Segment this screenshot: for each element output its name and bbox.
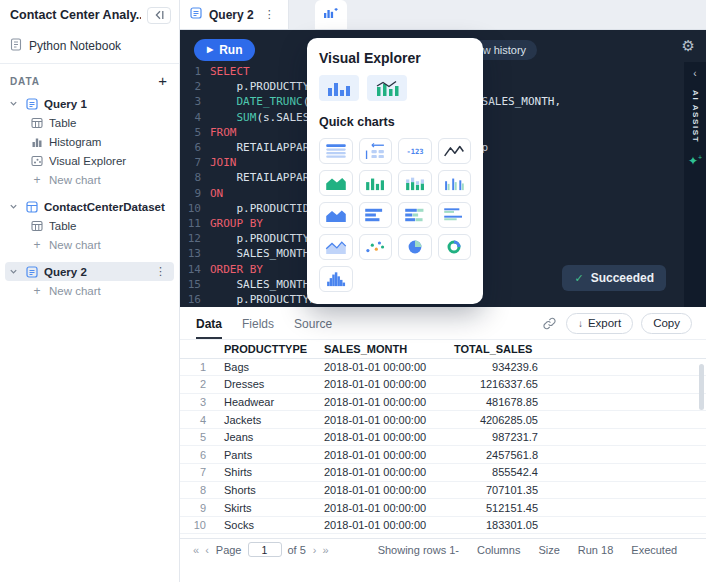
combo-chart-thumbnail[interactable] <box>367 75 407 101</box>
columns-label[interactable]: Columns <box>477 544 520 556</box>
run-button[interactable]: ▶ Run <box>194 39 255 61</box>
tab-kebab-menu-icon[interactable]: ⋮ <box>261 8 278 21</box>
next-page-button[interactable]: › <box>310 544 320 556</box>
table-cell: 855542.4 <box>446 464 546 482</box>
tab-fields[interactable]: Fields <box>242 308 274 339</box>
table-cell: 987231.7 <box>446 428 546 446</box>
gear-icon[interactable]: ⚙ <box>682 38 695 53</box>
tab-data[interactable]: Data <box>196 308 222 339</box>
sidebar-item-query-1[interactable]: Query 1 <box>5 94 174 113</box>
column-header[interactable]: TOTAL_SALES <box>446 340 546 358</box>
donut-chart-icon[interactable] <box>438 234 472 260</box>
chevron-down-icon[interactable] <box>9 99 20 108</box>
page-input[interactable] <box>248 542 282 557</box>
column-header[interactable]: SALES_MONTH <box>316 340 446 358</box>
bar-chart-thumbnail[interactable] <box>319 75 359 101</box>
export-button[interactable]: ↓ Export <box>566 313 633 334</box>
table-row[interactable]: 8Shorts2018-01-01 00:00:00707101.35 <box>180 481 706 499</box>
table-row[interactable]: 2Dresses2018-01-01 00:00:001216337.65 <box>180 376 706 394</box>
ai-assist-panel[interactable]: ‹ AI ASSIST ✦+ <box>684 62 706 307</box>
area-chart-green-icon[interactable] <box>319 170 353 196</box>
table-cell: 707101.35 <box>446 481 546 499</box>
sidebar-item-contactcenterdataset[interactable]: ContactCenterDataset <box>5 197 174 216</box>
table-row[interactable]: 1Bags2018-01-01 00:00:00934239.6 <box>180 358 706 376</box>
sidebar-item-new-chart[interactable]: +New chart <box>26 170 174 189</box>
table-row[interactable]: 10Socks2018-01-01 00:00:00183301.05 <box>180 516 706 534</box>
stacked-column-chart-icon[interactable] <box>398 170 432 196</box>
new-chart-tab-button[interactable] <box>315 0 347 29</box>
bar-chart-icon[interactable] <box>359 202 393 228</box>
pivot-table-icon[interactable] <box>359 138 393 164</box>
table-cell: Shirts <box>216 464 316 482</box>
table-row[interactable]: 6Pants2018-01-01 00:00:002457561.8 <box>180 446 706 464</box>
sidebar-item-histogram[interactable]: Histogram <box>26 132 174 151</box>
run-stat[interactable]: Run 18 <box>578 544 614 556</box>
code-token: DATE_TRUNC <box>237 95 303 108</box>
code-text: JOIN <box>210 155 237 170</box>
code-text: SALES_MONTH <box>210 246 309 261</box>
table-row[interactable]: 7Shirts2018-01-01 00:00:00855542.4 <box>180 464 706 482</box>
sidebar-item-new-chart[interactable]: +New chart <box>26 281 174 300</box>
single-value-icon[interactable]: -123 <box>398 138 432 164</box>
sidebar-item-visual-explorer[interactable]: Visual Explorer <box>26 151 174 170</box>
first-page-button[interactable]: « <box>190 544 202 556</box>
area-chart-blue-icon[interactable] <box>319 202 353 228</box>
sidebar-item-python-notebook[interactable]: Python Notebook <box>10 38 171 54</box>
tree-item-label: ContactCenterDataset <box>44 201 169 213</box>
chevron-left-icon[interactable]: ‹ <box>693 68 696 79</box>
table-row[interactable]: 5Jeans2018-01-01 00:00:00987231.7 <box>180 428 706 446</box>
collapse-sidebar-button[interactable] <box>147 7 171 24</box>
line-chart-icon[interactable] <box>438 138 472 164</box>
plus-icon: + <box>30 173 44 187</box>
last-page-button[interactable]: » <box>320 544 332 556</box>
sidebar-item-query-2[interactable]: Query 2⋮ <box>5 262 174 281</box>
tab-source[interactable]: Source <box>294 308 332 339</box>
kebab-menu-icon[interactable]: ⋮ <box>152 265 169 278</box>
prev-page-button[interactable]: ‹ <box>202 544 212 556</box>
sidebar-item-table[interactable]: Table <box>26 216 174 235</box>
scatter-plot-icon[interactable] <box>359 234 393 260</box>
stacked-bar-chart-icon[interactable] <box>398 202 432 228</box>
table-row[interactable]: 9Skirts2018-01-01 00:00:00512151.45 <box>180 499 706 517</box>
column-header[interactable]: PRODUCTTYPE <box>216 340 316 358</box>
chevron-down-icon[interactable] <box>9 267 20 276</box>
tab-query-2[interactable]: Query 2 ⋮ <box>180 0 289 29</box>
results-panel: Data Fields Source ↓ Export Copy PRODUCT… <box>180 307 706 560</box>
notebook-icon <box>10 38 22 54</box>
histogram-chart-icon[interactable] <box>319 266 353 292</box>
tree-item-label: Query 2 <box>44 266 147 278</box>
copy-button[interactable]: Copy <box>641 313 692 334</box>
grouped-bar-chart-icon[interactable] <box>438 202 472 228</box>
table-row[interactable]: 4Jackets2018-01-01 00:00:004206285.05 <box>180 411 706 429</box>
table-scrollbar[interactable] <box>699 364 704 410</box>
sparkle-icon[interactable]: ✦+ <box>688 154 702 167</box>
line-number: 15 <box>180 277 210 292</box>
table-cell: 2018-01-01 00:00:00 <box>316 393 446 411</box>
data-table-icon[interactable] <box>319 138 353 164</box>
link-icon[interactable] <box>543 317 556 330</box>
code-token: SALES_MONTH, <box>210 278 316 291</box>
grouped-column-chart-icon[interactable] <box>438 170 472 196</box>
pie-chart-icon[interactable] <box>398 234 432 260</box>
quick-charts-grid: -123 <box>319 138 471 292</box>
table-row[interactable]: 3Headwear2018-01-01 00:00:00481678.85 <box>180 393 706 411</box>
code-token: JOIN <box>210 156 237 169</box>
sidebar-item-new-chart[interactable]: +New chart <box>26 235 174 254</box>
plus-icon: + <box>30 238 44 252</box>
page-label: Page <box>216 544 242 556</box>
chart-plus-icon <box>323 6 338 24</box>
size-label[interactable]: Size <box>538 544 559 556</box>
area-chart-gradient-icon[interactable] <box>319 234 353 260</box>
table-cell: 2018-01-01 00:00:00 <box>316 376 446 394</box>
column-chart-icon[interactable] <box>359 170 393 196</box>
line-number: 13 <box>180 246 210 261</box>
line-number: 4 <box>180 110 210 125</box>
sidebar-tree: Query 1TableHistogramVisual Explorer+New… <box>0 94 179 308</box>
executed-label[interactable]: Executed <box>631 544 677 556</box>
query-icon <box>25 98 39 110</box>
add-data-button[interactable]: + <box>158 75 167 87</box>
row-number: 10 <box>180 516 216 534</box>
chevron-down-icon[interactable] <box>9 202 20 211</box>
sidebar-item-table[interactable]: Table <box>26 113 174 132</box>
data-section-header: DATA + <box>0 70 179 94</box>
